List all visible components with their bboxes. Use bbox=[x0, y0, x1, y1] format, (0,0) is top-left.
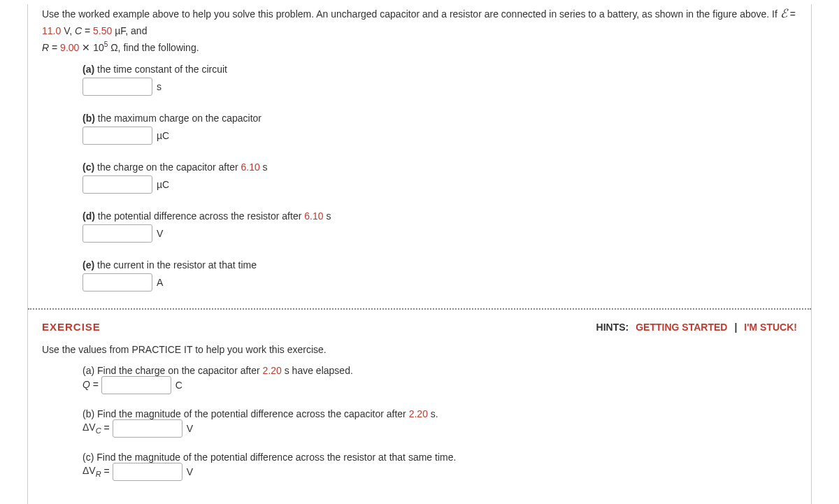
r-value: 9.00 bbox=[60, 41, 79, 52]
ex-b-unit: V bbox=[187, 423, 193, 434]
times-symbol: ✕ bbox=[79, 41, 93, 52]
r-exp-base: 10 bbox=[93, 41, 104, 52]
part-e-letter: (e) bbox=[83, 259, 94, 271]
part-b-text: the maximum charge on the capacitor bbox=[95, 113, 261, 124]
ex-c-answer-row: ΔVR = V bbox=[83, 463, 797, 481]
part-b-unit: µC bbox=[157, 130, 169, 141]
part-e: (e) the current in the resistor at that … bbox=[83, 259, 797, 291]
practice-intro: Use the worked example above to help you… bbox=[42, 4, 797, 55]
ex-b-post: s. bbox=[428, 408, 438, 419]
ex-c-text: (c) Find the magnitude of the potential … bbox=[83, 452, 797, 463]
ex-b-answer-row: ΔVC = V bbox=[83, 419, 797, 438]
epsilon-symbol: ℰ bbox=[780, 7, 787, 20]
exercise-part-a: (a) Find the charge on the capacitor aft… bbox=[83, 365, 797, 394]
part-d-time: 6.10 bbox=[304, 210, 323, 222]
part-b: (b) the maximum charge on the capacitor … bbox=[83, 113, 797, 145]
part-c-label: (c) the charge on the capacitor after 6.… bbox=[83, 161, 797, 173]
ex-c-input[interactable] bbox=[113, 463, 182, 481]
ex-a-eq: = bbox=[90, 378, 101, 389]
hint-getting-started[interactable]: GETTING STARTED bbox=[636, 322, 727, 333]
part-c-text-post: s bbox=[260, 161, 268, 173]
ex-a-pre: (a) Find the charge on the capacitor aft… bbox=[83, 365, 263, 376]
part-e-label: (e) the current in the resistor at that … bbox=[83, 259, 797, 271]
r-var: R bbox=[42, 41, 49, 52]
ex-b-text: (b) Find the magnitude of the potential … bbox=[83, 408, 797, 419]
ex-c-unit: V bbox=[187, 466, 193, 477]
ex-b-eq: = bbox=[101, 422, 113, 433]
practice-parts: (a) the time constant of the circuit s (… bbox=[83, 64, 797, 291]
part-c-answer: µC bbox=[83, 175, 797, 194]
part-d-text-post: s bbox=[324, 210, 331, 222]
part-e-input[interactable] bbox=[83, 273, 152, 291]
part-a-letter: (a) bbox=[83, 64, 94, 75]
exercise-title: EXERCISE bbox=[42, 321, 101, 333]
part-c: (c) the charge on the capacitor after 6.… bbox=[83, 161, 797, 194]
exercise-intro: Use the values from PRACTICE IT to help … bbox=[42, 344, 797, 355]
part-a-unit: s bbox=[157, 81, 162, 92]
part-b-answer: µC bbox=[83, 127, 797, 145]
v-unit: V, bbox=[61, 25, 75, 36]
ex-a-post: s have elapsed. bbox=[282, 365, 353, 376]
part-a-input[interactable] bbox=[83, 78, 152, 96]
part-e-answer: A bbox=[83, 273, 797, 291]
part-a-text: the time constant of the circuit bbox=[94, 64, 227, 75]
ex-c-eq: = bbox=[101, 465, 113, 476]
part-d-unit: V bbox=[157, 228, 163, 239]
divider bbox=[28, 308, 811, 310]
page-container: Use the worked example above to help you… bbox=[27, 4, 812, 504]
ex-c-sub: R bbox=[96, 470, 101, 478]
ex-b-input[interactable] bbox=[113, 419, 182, 438]
ex-a-text: (a) Find the charge on the capacitor aft… bbox=[83, 365, 797, 376]
ex-a-answer-row: Q = C bbox=[83, 376, 797, 394]
exercise-part-c: (c) Find the magnitude of the potential … bbox=[83, 452, 797, 481]
intro-text: Use the worked example above to help you… bbox=[42, 8, 780, 20]
c-eq: = bbox=[82, 25, 93, 36]
part-c-time: 6.10 bbox=[241, 161, 259, 173]
part-b-input[interactable] bbox=[83, 127, 152, 145]
hints-pipe: | bbox=[734, 322, 737, 333]
part-d-answer: V bbox=[83, 224, 797, 243]
part-a: (a) the time constant of the circuit s bbox=[83, 64, 797, 96]
ex-b-var: ΔVC bbox=[83, 422, 101, 433]
ex-b-pre: (b) Find the magnitude of the potential … bbox=[83, 408, 409, 419]
part-a-label: (a) the time constant of the circuit bbox=[83, 64, 797, 75]
hint-im-stuck[interactable]: I'M STUCK! bbox=[744, 322, 797, 333]
hints-label: HINTS: bbox=[596, 322, 629, 333]
c-unit: µF, and bbox=[112, 25, 147, 36]
part-d-letter: (d) bbox=[83, 210, 95, 222]
part-b-letter: (b) bbox=[83, 113, 95, 124]
part-c-unit: µC bbox=[157, 179, 169, 190]
eq1: = bbox=[787, 8, 796, 20]
part-e-text: the current in the resistor at that time bbox=[94, 259, 257, 271]
r-eq: = bbox=[49, 41, 60, 52]
ex-a-input[interactable] bbox=[101, 376, 171, 394]
part-a-answer: s bbox=[83, 78, 797, 96]
part-b-label: (b) the maximum charge on the capacitor bbox=[83, 113, 797, 124]
ex-b-time: 2.20 bbox=[409, 408, 428, 419]
hints-row: HINTS: GETTING STARTED | I'M STUCK! bbox=[596, 322, 797, 333]
exercise-header: EXERCISE HINTS: GETTING STARTED | I'M ST… bbox=[42, 321, 797, 333]
ex-c-var: ΔVR bbox=[83, 465, 101, 476]
ex-a-time: 2.20 bbox=[263, 365, 282, 376]
part-d-label: (d) the potential difference across the … bbox=[83, 210, 797, 222]
ex-a-unit: C bbox=[175, 380, 182, 391]
c-var: C bbox=[75, 25, 82, 36]
exercise-part-b: (b) Find the magnitude of the potential … bbox=[83, 408, 797, 438]
ex-a-var: Q bbox=[83, 378, 90, 389]
part-d-input[interactable] bbox=[83, 224, 152, 243]
part-d-text-pre: the potential difference across the resi… bbox=[95, 210, 304, 222]
part-e-unit: A bbox=[157, 277, 163, 288]
c-value: 5.50 bbox=[93, 25, 112, 36]
part-c-input[interactable] bbox=[83, 175, 152, 194]
part-d: (d) the potential difference across the … bbox=[83, 210, 797, 243]
ex-b-sub: C bbox=[96, 426, 101, 435]
ohm-text: Ω, find the following. bbox=[108, 41, 199, 52]
part-c-text-pre: the charge on the capacitor after bbox=[94, 161, 241, 173]
emf-value: 11.0 bbox=[42, 25, 61, 36]
part-c-letter: (c) bbox=[83, 161, 94, 173]
